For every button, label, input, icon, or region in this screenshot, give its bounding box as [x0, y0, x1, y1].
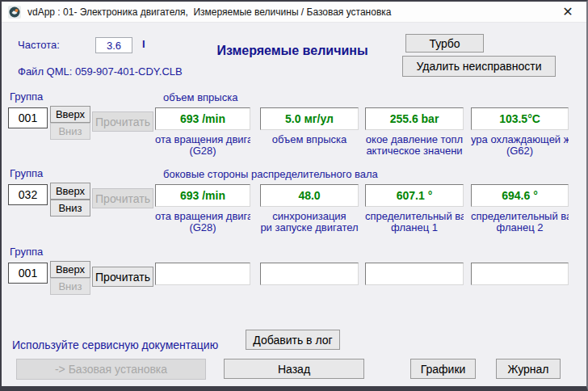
- group-up-button[interactable]: Вверх: [50, 183, 90, 200]
- group-read-button[interactable]: Прочитать: [92, 111, 153, 132]
- value-box: 693 /min: [155, 107, 250, 130]
- frequency-input[interactable]: [95, 37, 132, 53]
- close-icon[interactable]: ✕: [559, 4, 577, 20]
- value-box: [260, 263, 359, 285]
- value-box: 693 /min: [155, 184, 250, 207]
- group-label: Группа: [10, 90, 43, 103]
- group-header-label: боковые стороны распределительного вала: [163, 168, 378, 180]
- frequency-label: Частота:: [18, 39, 60, 51]
- value-box: [471, 263, 569, 285]
- group-down-button[interactable]: Вниз: [50, 278, 90, 295]
- measuring-group-row-3: Группа 001 Вверх Вниз Прочитать: [2, 246, 588, 322]
- frequency-indicator: I: [142, 38, 145, 50]
- value-box: 255.6 bar: [365, 107, 464, 130]
- group-number-input[interactable]: 001: [8, 263, 48, 284]
- value-box: 607.1 °: [365, 184, 464, 207]
- graphs-button[interactable]: Графики: [410, 359, 476, 379]
- back-button[interactable]: Назад: [224, 359, 364, 379]
- value-caption: окое давление топл: [365, 133, 464, 145]
- value-caption: ри запуске двигател: [260, 221, 359, 233]
- service-doc-hint: Используйте сервисную документацию: [12, 338, 218, 351]
- measuring-group-row-2: Группа 032 Вверх Вниз Прочитать боковые …: [2, 167, 588, 243]
- value-caption: актическое значени: [365, 145, 464, 157]
- turbo-button[interactable]: Турбо: [405, 34, 484, 53]
- group-down-button[interactable]: Вниз: [50, 200, 90, 217]
- value-box: 48.0: [260, 184, 359, 207]
- value-box: 694.6 °: [471, 184, 569, 207]
- group-header-label: объем впрыска: [163, 91, 237, 103]
- group-down-button[interactable]: Вниз: [50, 123, 90, 140]
- value-caption: объем впрыска: [260, 133, 359, 145]
- group-read-button[interactable]: Прочитать: [92, 267, 153, 287]
- value-caption: (G28): [155, 145, 250, 157]
- value-caption: (G62): [471, 145, 569, 157]
- value-caption: ота вращения двига: [155, 210, 250, 222]
- value-caption: ота вращения двига: [155, 133, 250, 145]
- group-read-button[interactable]: Прочитать: [92, 188, 153, 208]
- journal-button[interactable]: Журнал: [496, 359, 561, 379]
- clear-faults-button[interactable]: Удалить неисправности: [402, 56, 556, 77]
- value-caption: ура охлаждающей ж: [471, 133, 569, 145]
- page-title: Измеряемые величины: [171, 44, 414, 58]
- value-caption: спределительный ва: [365, 210, 464, 222]
- value-box: [365, 263, 464, 285]
- group-up-button[interactable]: Вверх: [50, 106, 90, 123]
- qml-file-label: Файл QML: 059-907-401-CDY.CLB: [18, 65, 183, 78]
- value-caption: синхронизация: [260, 210, 359, 222]
- value-caption: спределительный ва: [471, 210, 569, 222]
- measuring-group-row-1: Группа 001 Вверх Вниз Прочитать объем вп…: [2, 90, 588, 166]
- value-caption: фланец 2: [471, 221, 569, 233]
- group-label: Группа: [10, 167, 43, 179]
- app-window: vdApp : 01- Электроника двигателя, Измер…: [0, 0, 588, 391]
- title-bar: vdApp : 01- Электроника двигателя, Измер…: [2, 2, 586, 23]
- value-caption: фланец 1: [365, 221, 464, 233]
- group-number-input[interactable]: 032: [8, 184, 48, 205]
- app-logo-icon: [8, 6, 21, 19]
- value-box: [155, 263, 250, 285]
- group-up-button[interactable]: Вверх: [50, 261, 90, 278]
- add-to-log-button[interactable]: Добавить в лог: [246, 330, 340, 350]
- group-number-input[interactable]: 001: [8, 107, 48, 128]
- value-caption: (G28): [155, 221, 250, 233]
- value-box: 103.5°C: [471, 107, 569, 130]
- value-box: 5.0 мг/ул: [260, 107, 359, 130]
- group-label: Группа: [10, 246, 43, 258]
- window-title: vdApp : 01- Электроника двигателя, Измер…: [27, 6, 391, 18]
- basic-setting-button[interactable]: -> Базовая установка: [16, 359, 206, 380]
